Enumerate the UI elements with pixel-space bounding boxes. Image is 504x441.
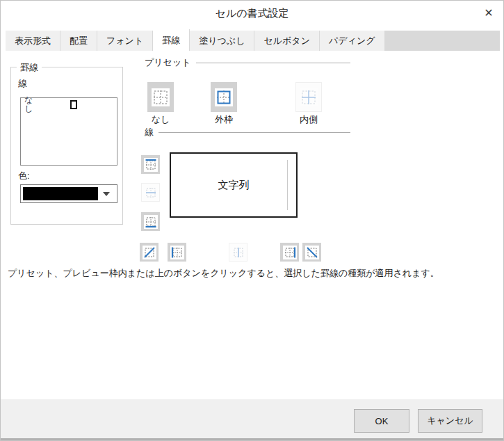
tab-alignment[interactable]: 配置 [60,31,97,51]
color-dropdown[interactable] [20,184,117,203]
preset-none-button[interactable] [147,82,174,112]
tab-cell-button[interactable]: セルボタン [254,31,320,51]
bottom-border-button[interactable] [141,212,160,231]
bottom-border-icon [144,215,158,229]
window-bottom-edge [1,438,503,440]
inner-horizontal-border-icon [144,186,158,200]
close-button[interactable]: ✕ [480,3,498,22]
tab-number-format[interactable]: 表示形式 [6,31,60,51]
presets-section-header: プリセット [145,56,350,69]
tab-border[interactable]: 罫線 [153,29,190,51]
line-style-none[interactable]: なし [24,96,33,113]
top-border-button[interactable] [141,155,160,174]
inner-vertical-border-button[interactable] [229,243,247,262]
line-style-thin-selected[interactable] [70,100,77,109]
left-border-icon [170,246,184,259]
ok-button[interactable]: OK [354,409,409,433]
right-border-icon [283,246,297,259]
selected-style-box [70,100,77,109]
preset-inside-icon [300,88,318,106]
preview-inner-vertical-line [287,160,288,210]
top-border-icon [144,158,158,172]
preset-outline-label: 外枠 [211,113,237,126]
diagonal-up-border-button[interactable] [140,243,158,262]
dialog-title: セルの書式設定 [1,7,503,20]
tab-font[interactable]: フォント [97,31,153,51]
tab-fill[interactable]: 塗りつぶし [190,31,254,51]
border-tab-page: 罫線 線 なし [6,51,500,399]
border-preview-frame[interactable]: 文字列 [170,152,298,218]
tab-padding[interactable]: パディング [320,31,385,51]
preset-outline-icon [215,88,233,106]
inner-horizontal-border-button[interactable] [141,183,160,202]
dialog-titlebar: セルの書式設定 ✕ [1,1,503,31]
presets-header-label: プリセット [145,56,191,69]
description-text: プリセット、プレビュー枠内または上のボタンをクリックすると、選択した罫線の種類が… [8,267,494,280]
dialog-footer: OK キャンセル [1,399,504,441]
line-section-header-rule [158,132,350,133]
preset-none-icon [152,88,170,106]
color-label: 色: [18,170,30,182]
tab-bar: 表示形式 配置 フォント 罫線 塗りつぶし セルボタン パディング [6,31,500,51]
border-line-group: 罫線 線 なし [10,67,123,225]
line-style-label: 線 [18,77,27,90]
group-legend: 罫線 [17,61,42,74]
diagonal-down-border-icon [305,246,319,259]
inner-vertical-border-icon [231,246,245,259]
line-style-list[interactable]: なし [20,97,117,166]
diagonal-up-border-icon [143,246,156,259]
cancel-button[interactable]: キャンセル [418,409,482,433]
dropdown-arrow-icon [98,187,115,200]
preset-none-label: なし [147,113,174,126]
right-border-button[interactable] [280,243,299,262]
preset-inside-button[interactable] [295,82,322,112]
left-border-button[interactable] [168,243,186,262]
presets-header-rule [196,63,350,63]
preset-inside-label: 内側 [295,113,322,126]
preset-outline-button[interactable] [211,82,237,112]
format-cells-dialog: セルの書式設定 ✕ 表示形式 配置 フォント 罫線 塗りつぶし セルボタン パデ… [0,0,504,441]
line-section-header: 線 [145,126,350,138]
diagonal-down-border-button[interactable] [302,243,321,262]
close-icon: ✕ [484,6,493,19]
preview-text: 文字列 [218,179,250,192]
color-swatch [23,187,98,200]
line-section-header-label: 線 [145,126,154,138]
